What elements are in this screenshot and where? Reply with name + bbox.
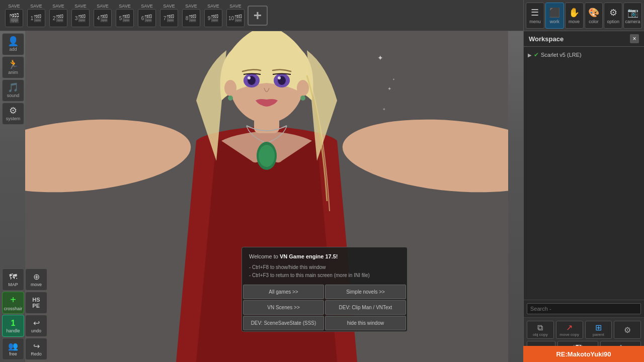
svg-point-10 — [278, 76, 281, 79]
svg-point-14 — [300, 96, 305, 101]
dialog-buttons-row3: DEV: SceneSaveState (SSS) hide this wind… — [242, 316, 407, 331]
free-icon: 👥 — [8, 341, 18, 351]
welcome-dialog: Welcome to VN Game engine 17.5! - Ctrl+F… — [242, 247, 408, 332]
sidebar-system-button[interactable]: ⚙ system — [2, 103, 24, 125]
color-button[interactable]: 🎨 color — [585, 3, 603, 29]
svg-point-11 — [224, 80, 236, 96]
svg-point-12 — [297, 80, 309, 96]
settings-button[interactable]: ⚙ — [614, 321, 641, 339]
workspace-search — [524, 300, 644, 317]
save-slot-10[interactable]: SAVE 10 🎬 — [225, 4, 246, 27]
color-palette-icon: 🎨 — [588, 7, 599, 18]
handle-button[interactable]: 1 handle — [2, 315, 24, 337]
save-slot-4[interactable]: SAVE 4 🎬 — [93, 4, 113, 27]
move-copy-icon: ↗ — [566, 323, 573, 332]
svg-text:✦: ✦ — [382, 107, 386, 112]
save-slot-2[interactable]: SAVE 2 🎬 — [48, 4, 68, 27]
camera-icon: 📷 — [627, 7, 638, 18]
sidebar-sound-button[interactable]: 🎵 sound — [2, 79, 24, 102]
save-slot-4-btn[interactable]: 4 🎬 — [94, 9, 112, 27]
save-slot-1-btn[interactable]: 1 🎬 — [27, 9, 45, 27]
crosshair-button[interactable]: + crosshair — [2, 292, 24, 314]
save-slot-7-btn[interactable]: 7 🎬 — [160, 9, 178, 27]
save-slot-7[interactable]: SAVE 7 🎬 — [159, 4, 179, 27]
dev-scene-save-button[interactable]: DEV: SceneSaveState (SSS) — [243, 316, 324, 330]
save-slot-0[interactable]: SAVE 🎬 — [4, 4, 24, 27]
free-button[interactable]: 👥 free — [2, 338, 24, 360]
save-slot-8-btn[interactable]: 8 🎬 — [182, 9, 200, 27]
move-arrows-icon: ⊕ — [33, 272, 40, 282]
instruction-1: - Ctrl+F8 to show/hide this window — [249, 263, 400, 272]
save-slot-9-btn[interactable]: 9 🎬 — [204, 9, 222, 27]
svg-point-16 — [259, 145, 275, 167]
parent-icon: ⊞ — [595, 323, 602, 332]
map-button[interactable]: 🗺 MAP — [2, 268, 24, 291]
sound-icon: 🎵 — [8, 83, 19, 92]
save-slot-2-btn[interactable]: 2 🎬 — [49, 9, 67, 27]
hide-window-button[interactable]: hide this window — [325, 316, 406, 330]
work-icon: ⬛ — [549, 7, 560, 18]
obj-copy-icon: ⧉ — [537, 323, 543, 332]
instruction-2: - Ctrl+F3 to return to this main screen … — [249, 272, 400, 280]
vn-scenes-button[interactable]: VN Scenes >> — [243, 300, 324, 315]
obj-copy-button[interactable]: ⧉ obj copy — [527, 321, 554, 339]
tree-check-icon: ✔ — [534, 51, 539, 58]
simple-novels-button[interactable]: Simple novels >> — [325, 285, 406, 299]
dialog-content: Welcome to VN Game engine 17.5! - Ctrl+F… — [242, 247, 407, 285]
workspace-close-button[interactable]: × — [630, 34, 639, 43]
move-tool-button[interactable]: ✋ move — [565, 3, 584, 29]
save-slot-3[interactable]: SAVE 3 🎬 — [70, 4, 91, 27]
redo-button[interactable]: ↪ Redo — [25, 338, 47, 360]
all-games-button[interactable]: All games >> — [243, 285, 324, 299]
parent-button[interactable]: ⊞ parent — [585, 321, 612, 339]
user-badge: RE:MakotoYuki90 — [523, 346, 644, 362]
save-slot-0-btn[interactable]: 🎬 — [5, 9, 23, 27]
svg-text:✦: ✦ — [377, 54, 383, 62]
save-slot-9[interactable]: SAVE 9 🎬 — [203, 4, 223, 27]
search-input[interactable] — [527, 303, 641, 314]
save-slot-8[interactable]: SAVE 8 🎬 — [181, 4, 201, 27]
move-hand-icon: ✋ — [569, 7, 580, 18]
save-slot-1[interactable]: SAVE 1 🎬 — [26, 4, 46, 27]
save-slot-6-btn[interactable]: 6 🎬 — [138, 9, 156, 27]
bottom-controls: 🗺 MAP ⊕ move + crosshair HSPE 1 handle ↩… — [0, 266, 50, 362]
tree-item-scarlet[interactable]: ▶ ✔ Scarlet v5 (LRE) — [526, 50, 642, 60]
system-gear-icon: ⚙ — [9, 106, 17, 115]
svg-point-9 — [248, 76, 251, 79]
move-button[interactable]: ⊕ move — [25, 268, 47, 291]
dialog-buttons-row2: VN Scenes >> DEV: Clip Man / VNText — [242, 300, 407, 316]
hs-pe-button[interactable]: HSPE — [25, 292, 47, 314]
work-button[interactable]: ⬛ work — [545, 3, 564, 29]
action-row-1: ⧉ obj copy ↗ move copy ⊞ parent ⚙ — [527, 321, 641, 339]
move-copy-button[interactable]: ↗ move copy — [556, 321, 583, 339]
svg-text:✦: ✦ — [392, 78, 395, 81]
save-slot-5[interactable]: SAVE 5 🎬 — [115, 4, 135, 27]
viewport[interactable]: ✦ ✦ ✦ ✦ SAVE 🎬 SAVE 1 🎬 SAVE 2 🎬 S — [0, 0, 523, 362]
menu-button[interactable]: ☰ menu — [526, 3, 544, 29]
map-icon: 🗺 — [9, 273, 17, 282]
dev-clip-man-button[interactable]: DEV: Clip Man / VNText — [325, 300, 406, 315]
add-slot-button[interactable]: + — [248, 6, 268, 26]
dialog-buttons-row1: All games >> Simple novels >> — [242, 285, 407, 300]
save-slot-3-btn[interactable]: 3 🎬 — [71, 9, 90, 27]
right-toolbar: ☰ menu ⬛ work ✋ move 🎨 color ⚙ option 📷 … — [523, 0, 644, 31]
redo-icon: ↪ — [33, 341, 40, 351]
person-icon: 👤 — [8, 37, 19, 46]
sidebar-add-button[interactable]: 👤 add — [2, 33, 24, 55]
workspace-tree[interactable]: ▶ ✔ Scarlet v5 (LRE) — [524, 47, 644, 300]
save-slot-10-btn[interactable]: 10 🎬 — [226, 9, 245, 27]
camera-button[interactable]: 📷 camera — [623, 3, 642, 29]
save-slot-5-btn[interactable]: 5 🎬 — [116, 9, 134, 27]
undo-button[interactable]: ↩ undo — [25, 315, 47, 337]
settings-gear-icon: ⚙ — [624, 325, 631, 335]
welcome-line: Welcome to VN Game engine 17.5! — [249, 252, 400, 261]
save-slot-6[interactable]: SAVE 6 🎬 — [137, 4, 157, 27]
option-button[interactable]: ⚙ option — [604, 3, 622, 29]
tree-expand-arrow: ▶ — [528, 52, 532, 58]
workspace-header: Workspace × — [524, 31, 644, 47]
crosshair-icon: + — [10, 294, 16, 306]
svg-point-13 — [228, 96, 233, 101]
workspace-title: Workspace — [529, 35, 564, 43]
menu-icon: ☰ — [531, 7, 539, 18]
sidebar-anim-button[interactable]: 🏃 anim — [2, 56, 24, 78]
